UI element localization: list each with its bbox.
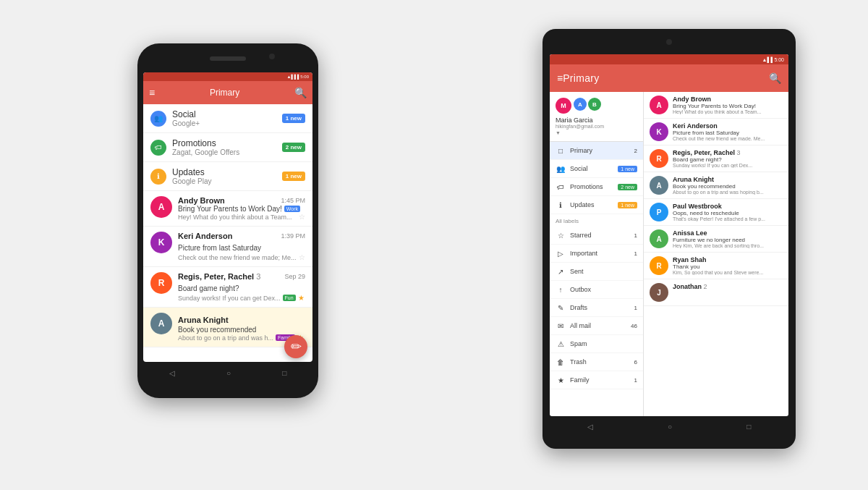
sidebar-item-updates[interactable]: ℹ Updates 1 new (550, 196, 643, 214)
recents-button[interactable]: □ (282, 369, 286, 377)
social-sublabel: Google+ (172, 119, 282, 127)
drafts-count: 1 (634, 305, 637, 311)
tablet-subject-1: Picture from last Saturday (673, 130, 783, 136)
promotions-badge: 2 new (282, 143, 305, 152)
tablet-preview-2: Sunday works! If you can get Dex... (673, 163, 783, 168)
phone-screen: ▲ ▌▌▌ 5:00 ≡ Primary 🔍 👥 Social Google+ … (143, 72, 312, 362)
profile-email: hikingfan@gmail.com (556, 124, 637, 129)
phone-star-0[interactable]: ☆ (299, 213, 305, 221)
people-icon: 👥 (556, 164, 566, 174)
phone-header: ≡ Primary 🔍 (143, 81, 312, 104)
sidebar-label-starred: Starred (570, 232, 592, 239)
all-labels-header: All labels (550, 214, 643, 227)
back-button[interactable]: ◁ (169, 369, 175, 377)
promotions-badge-sm: 2 new (618, 184, 637, 190)
tablet-email-6[interactable]: R Ryan Shah Thank you Kim, So good that … (644, 253, 788, 279)
phone-category-promotions[interactable]: 🏷 Promotions Zagat, Google Offers 2 new (143, 133, 312, 162)
tablet-avatar-0: A (650, 96, 668, 114)
phone-category-social[interactable]: 👥 Social Google+ 1 new (143, 104, 312, 133)
phone-star-2[interactable]: ★ (298, 294, 305, 302)
sidebar-item-important[interactable]: ▷ Important 1 (550, 245, 643, 263)
trash-icon: 🗑 (556, 357, 566, 367)
phone-time: 5:00 (300, 75, 309, 79)
profile-avatar-2: A (574, 98, 587, 111)
tablet-search-icon[interactable]: 🔍 (769, 72, 781, 84)
updates-label: Updates (172, 167, 282, 177)
sidebar-item-promotions[interactable]: 🏷 Promotions 2 new (550, 178, 643, 196)
tablet-menu-icon[interactable]: ≡ (557, 72, 563, 84)
tablet-email-4[interactable]: P Paul Westbrook Oops, need to reschedul… (644, 199, 788, 226)
sidebar-item-outbox[interactable]: ↑ Outbox (550, 281, 643, 299)
tablet-sender-6: Ryan Shah (673, 256, 783, 263)
phone-email-2[interactable]: R Regis, Peter, Rachel 3 Sep 29 Board ga… (143, 267, 312, 308)
profile-expand[interactable]: ▼ (556, 130, 637, 135)
phone-sender-0: Andy Brown (178, 196, 225, 205)
tablet-recents-button[interactable]: □ (746, 423, 751, 431)
phone-category-updates[interactable]: ℹ Updates Google Play 1 new (143, 162, 312, 191)
tablet-subject-2: Board game night? (673, 156, 783, 163)
social-badge-sm: 1 new (618, 166, 637, 172)
tablet-email-7[interactable]: J Jonathan 2 (644, 279, 788, 306)
tablet-email-3[interactable]: A Aruna Knight Book you recommended Abou… (644, 172, 788, 199)
sidebar-label-primary: Primary (570, 147, 592, 154)
phone-search-icon[interactable]: 🔍 (294, 87, 307, 98)
sidebar-item-starred[interactable]: ☆ Starred 1 (550, 227, 643, 245)
tablet-preview-1: Check out the new friend we made. Me... (673, 136, 783, 141)
promotions-label: Promotions (172, 138, 282, 148)
phone-subject-1: Picture from last Saturday (178, 244, 261, 252)
tablet-device: ▲▌▌ 5:00 ≡ Primary 🔍 M A (542, 29, 796, 449)
sidebar-item-family[interactable]: ★ Family 1 (550, 371, 643, 389)
tablet-wifi-icon: ▲▌▌ (762, 57, 775, 62)
updates-icon: ℹ (150, 169, 166, 185)
sidebar-item-spam[interactable]: ⚠ Spam (550, 335, 643, 353)
tablet-back-button[interactable]: ◁ (587, 423, 593, 431)
tablet-preview-3: About to go on a trip and was hoping b..… (673, 190, 783, 195)
sidebar-label-important: Important (570, 250, 597, 257)
phone-avatar-2: R (150, 272, 172, 294)
family-icon: ★ (556, 375, 566, 385)
phone-tag-0: Work (284, 206, 300, 212)
tablet-email-5[interactable]: A Anissa Lee Furniture we no longer need… (644, 226, 788, 253)
tablet-sender-4: Paul Westbrook (673, 203, 783, 210)
sidebar-label-allmail: All mail (570, 322, 591, 329)
phone-subject-3: Book you recommended (178, 326, 256, 334)
phone-time-0: 1:45 PM (281, 197, 305, 204)
sidebar-item-social[interactable]: 👥 Social 1 new (550, 160, 643, 178)
phone-preview-1: Check out the new friend we made; Me... (178, 254, 297, 261)
phone-sender-2: Regis, Peter, Rachel 3 (178, 272, 260, 281)
phone-email-1[interactable]: K Keri Anderson 1:39 PM Picture from las… (143, 227, 312, 267)
sidebar-item-sent[interactable]: ↗ Sent (550, 263, 643, 281)
tablet-email-1[interactable]: K Keri Anderson Picture from last Saturd… (644, 119, 788, 145)
tablet-home-button[interactable]: ○ (668, 423, 672, 431)
tablet-sender-0: Andy Brown (673, 96, 783, 103)
phone-subject-2: Board game night? (178, 284, 239, 292)
tablet-sidebar: M A B Maria Garcia hikingfan@gmail.com ▼… (550, 92, 644, 416)
tablet-sender-1: Keri Anderson (673, 122, 783, 130)
tablet-email-0[interactable]: A Andy Brown Bring Your Parents to Work … (644, 92, 788, 119)
sidebar-item-allmail[interactable]: ✉ All mail 46 (550, 317, 643, 335)
sidebar-item-drafts[interactable]: ✎ Drafts 1 (550, 299, 643, 317)
phone-speaker (210, 56, 246, 61)
updates-sublabel: Google Play (172, 177, 282, 185)
phone-status-bar: ▲ ▌▌▌ 5:00 (143, 72, 312, 81)
sidebar-label-trash: Trash (570, 358, 587, 366)
phone-preview-3: About to go on a trip and was h... (178, 334, 273, 342)
tag-icon: 🏷 (556, 182, 566, 192)
tablet-sender-2: Regis, Peter, Rachel 3 (673, 149, 783, 156)
sidebar-item-primary[interactable]: □ Primary 2 (550, 142, 643, 160)
home-button[interactable]: ○ (226, 369, 231, 377)
tablet-email-2[interactable]: R Regis, Peter, Rachel 3 Board game nigh… (644, 145, 788, 172)
sidebar-item-trash[interactable]: 🗑 Trash 6 (550, 353, 643, 371)
tablet-preview-5: Hey Kim, We are back and sorting thro... (673, 243, 783, 248)
tablet-preview-0: Hey! What do you think about a Team... (673, 109, 783, 114)
compose-fab[interactable]: ✏ (284, 335, 307, 358)
inbox-icon: □ (556, 145, 566, 156)
tablet-avatar-5: A (650, 229, 668, 248)
phone-star-1[interactable]: ☆ (299, 253, 305, 261)
phone-email-0[interactable]: A Andy Brown 1:45 PM Bring Your Parents … (143, 191, 312, 227)
sidebar-label-outbox: Outbox (570, 286, 591, 293)
profile-avatars: M A B (556, 98, 637, 114)
phone-menu-icon[interactable]: ≡ (149, 87, 155, 98)
tablet-header: ≡ Primary 🔍 (550, 64, 788, 92)
tablet-sender-3: Aruna Knight (673, 176, 783, 183)
